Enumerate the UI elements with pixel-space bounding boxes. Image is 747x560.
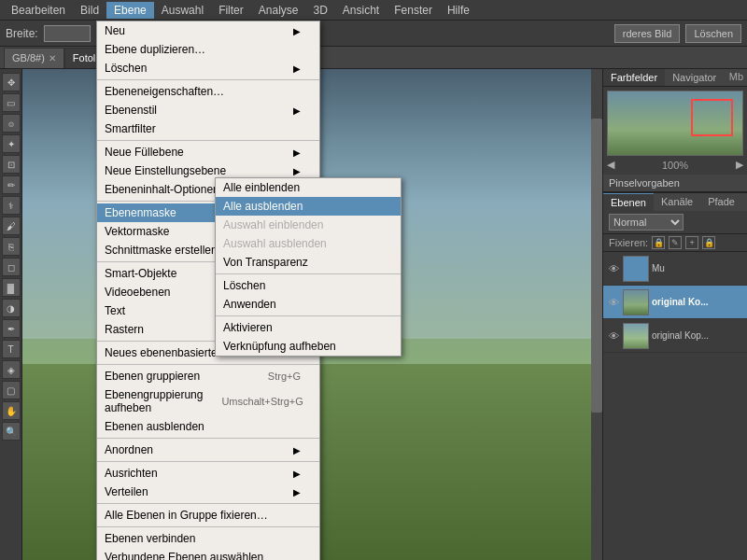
blend-mode-select[interactable]: Normal: [609, 214, 684, 231]
scroll-thumb[interactable]: [591, 119, 602, 413]
ebene-item-smartfilter[interactable]: Smartfilter: [97, 119, 319, 138]
zoom-value: 100%: [662, 160, 688, 171]
ebenenmaske-auswahl-ausblenden: Auswahl ausblenden: [216, 234, 401, 253]
menu-bearbeiten[interactable]: Bearbeiten: [4, 2, 73, 19]
ebenenmaske-loschen[interactable]: Löschen: [216, 276, 401, 295]
panel-tabs: Farbfelder Navigator Mb: [603, 69, 747, 87]
tool-gradient[interactable]: ▓: [2, 278, 21, 297]
tool-magic[interactable]: ✦: [2, 134, 21, 153]
tool-dodge[interactable]: ◑: [2, 299, 21, 317]
tool-text[interactable]: T: [2, 340, 21, 358]
layers-tabs: Ebenen Kanäle Pfade: [603, 193, 747, 211]
menu-hilfe[interactable]: Hilfe: [440, 2, 477, 19]
menu-ebene[interactable]: Ebene: [106, 2, 154, 19]
tool-lasso[interactable]: ⌾: [2, 114, 21, 133]
scroll-vertical[interactable]: [591, 69, 602, 560]
menu-ansicht[interactable]: Ansicht: [335, 2, 387, 19]
mb-label: Mb: [726, 69, 747, 86]
ebenenmaske-verknuepfung[interactable]: Verknüpfung aufheben: [216, 337, 401, 356]
fix-icon-edit[interactable]: ✎: [669, 236, 682, 249]
ebene-item-neu[interactable]: Neu ▶: [97, 21, 319, 40]
ebene-item-fixieren[interactable]: Alle Ebenen in Gruppe fixieren…: [97, 506, 319, 525]
menu-auswahl[interactable]: Auswahl: [154, 2, 211, 19]
tab-farbfelder[interactable]: Farbfelder: [603, 69, 665, 86]
layer-eye-original2[interactable]: 👁: [607, 329, 620, 343]
tool-shape[interactable]: ▢: [2, 381, 21, 399]
tab-navigator[interactable]: Navigator: [665, 69, 724, 86]
pinsel-label: Pinselvorgaben: [603, 175, 747, 192]
rderes-bild-button[interactable]: rderes Bild: [614, 24, 681, 43]
tool-brush[interactable]: 🖌: [2, 217, 21, 235]
ebene-item-ausblenden[interactable]: Ebenen ausblenden: [97, 417, 319, 436]
breite-input[interactable]: [44, 25, 91, 42]
ebene-item-verbundene-auswaehlen[interactable]: Verbundene Ebenen auswählen: [97, 548, 319, 560]
layers-mode: Normal: [603, 211, 747, 234]
layer-eye-mu[interactable]: 👁: [607, 262, 620, 275]
layers-fix: Fixieren: 🔒 ✎ + 🔒: [603, 234, 747, 252]
tab-ebenen[interactable]: Ebenen: [603, 193, 654, 211]
breite-label: Breite:: [6, 27, 38, 40]
left-toolbar: ✥ ▭ ⌾ ✦ ⊡ ✏ ⚕ 🖌 ⎘ ◻ ▓ ◑ ✒ T ◈ ▢ ✋ 🔍: [0, 69, 22, 560]
nav-preview-rect: [691, 99, 733, 136]
ebenenmaske-alle-ausblenden[interactable]: Alle ausblenden: [216, 197, 401, 216]
menu-filter[interactable]: Filter: [211, 2, 251, 19]
layer-item-mu[interactable]: 👁 Mu: [603, 252, 747, 286]
ebene-item-anordnen[interactable]: Anordnen ▶: [97, 441, 319, 459]
layer-item-original1[interactable]: 👁 original Ko...: [603, 286, 747, 319]
ebene-item-eigenschaften[interactable]: Ebeneneigenschaften…: [97, 82, 319, 101]
ebenenmaske-anwenden[interactable]: Anwenden: [216, 295, 401, 314]
ebenenmaske-von-transparenz[interactable]: Von Transparenz: [216, 253, 401, 272]
tool-eyedrop[interactable]: ✏: [2, 175, 21, 194]
layer-thumb-original1: [623, 289, 649, 315]
tab-pfade[interactable]: Pfade: [700, 193, 742, 211]
ebene-item-fuellebene[interactable]: Neue Füllebene ▶: [97, 143, 319, 161]
tab-close-icon[interactable]: ✕: [49, 53, 56, 63]
tool-clone[interactable]: ⎘: [2, 237, 21, 256]
fix-icon-move[interactable]: +: [685, 236, 698, 249]
tool-zoom[interactable]: 🔍: [2, 422, 21, 441]
menu-bild[interactable]: Bild: [73, 2, 106, 19]
layer-thumb-mu: [623, 256, 649, 282]
ebene-item-duplizieren[interactable]: Ebene duplizieren…: [97, 40, 319, 59]
layer-thumb-original2: [623, 323, 649, 349]
tool-move[interactable]: ✥: [2, 73, 21, 91]
fix-icon-lock[interactable]: 🔒: [652, 236, 665, 249]
nav-preview: [607, 91, 743, 156]
zoom-decrease-icon[interactable]: ◀: [607, 159, 614, 171]
tool-path[interactable]: ◈: [2, 360, 21, 379]
ebene-item-grp-aufheben[interactable]: Ebenengruppierung aufheben Umschalt+Strg…: [97, 385, 319, 417]
ebene-item-gruppieren[interactable]: Ebenen gruppieren Strg+G: [97, 367, 319, 385]
tool-hand[interactable]: ✋: [2, 401, 21, 420]
tool-select[interactable]: ▭: [2, 93, 21, 112]
layer-name-original2: original Kop...: [652, 330, 743, 341]
ebene-item-ausrichten[interactable]: Ausrichten ▶: [97, 464, 319, 483]
tool-heal[interactable]: ⚕: [2, 196, 21, 215]
tool-pen[interactable]: ✒: [2, 319, 21, 338]
menu-bar: Bearbeiten Bild Ebene Auswahl Filter Ana…: [0, 0, 747, 21]
menu-analyse[interactable]: Analyse: [251, 2, 306, 19]
menu-3d[interactable]: 3D: [306, 2, 335, 19]
fix-icon-all[interactable]: 🔒: [702, 236, 715, 249]
tool-eraser[interactable]: ◻: [2, 258, 21, 276]
ebenenmaske-auswahl-einblenden: Auswahl einblenden: [216, 216, 401, 234]
nav-controls: ◀ 100% ▶: [607, 159, 743, 171]
tab-gb8[interactable]: GB/8#) ✕: [4, 48, 64, 68]
navigator-area: ◀ 100% ▶: [603, 87, 747, 175]
loschen-button[interactable]: Löschen: [685, 24, 741, 43]
ebene-item-verteilen[interactable]: Verteilen ▶: [97, 483, 319, 501]
layer-item-original2[interactable]: 👁 original Kop...: [603, 319, 747, 353]
tool-crop[interactable]: ⊡: [2, 155, 21, 174]
layer-name-original1: original Ko...: [652, 297, 743, 307]
ebene-item-stil[interactable]: Ebenenstil ▶: [97, 101, 319, 119]
zoom-increase-icon[interactable]: ▶: [736, 159, 743, 171]
layer-eye-original1[interactable]: 👁: [607, 296, 620, 309]
ebenenmaske-alle-einblenden[interactable]: Alle einblenden: [216, 178, 401, 197]
ebene-item-verbinden[interactable]: Ebenen verbinden: [97, 529, 319, 548]
ebene-item-loschen[interactable]: Löschen ▶: [97, 59, 319, 77]
menu-fenster[interactable]: Fenster: [387, 2, 440, 19]
ebenenmaske-submenu[interactable]: Alle einblenden Alle ausblenden Auswahl …: [215, 177, 402, 357]
layers-panel: Ebenen Kanäle Pfade Normal Fixieren: 🔒 ✎…: [603, 192, 747, 560]
ebenenmaske-aktivieren[interactable]: Aktivieren: [216, 318, 401, 337]
fix-label: Fixieren:: [609, 237, 648, 248]
tab-kanaele[interactable]: Kanäle: [654, 193, 700, 211]
